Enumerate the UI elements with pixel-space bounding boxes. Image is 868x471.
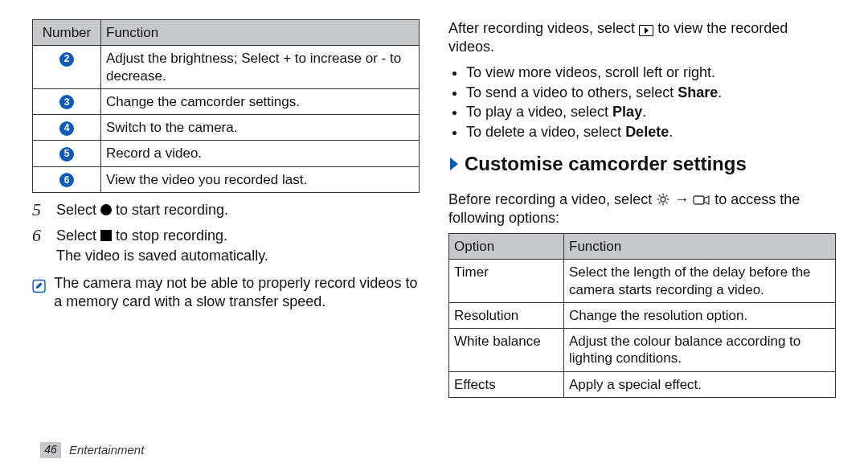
fn-cell: Record a video. [101,141,420,166]
step-6: 6 Select to stop recording. The video is… [32,227,420,264]
svg-point-1 [661,197,665,202]
step6-text-a: Select [56,227,100,244]
fn-cell: View the video you recorded last. [101,166,420,192]
fn-cell: Adjust the brightness; Select + to incre… [101,46,420,89]
table-row: Timer Select the length of the delay bef… [449,260,836,303]
step5-text-a: Select [56,202,100,218]
number-badge-5-icon: 5 [59,147,74,162]
th-option: Option [449,234,564,260]
table-row: White balance Adjust the colour balance … [449,329,836,372]
number-badge-4-icon: 4 [59,121,74,136]
b4a: To delete a video, select [466,124,625,140]
svg-line-9 [666,195,668,197]
number-badge-6-icon: 6 [59,173,74,187]
camcorder-icon [693,194,710,207]
step-5: 5 Select to start recording. [32,201,420,219]
step6-sub: The video is saved automatically. [56,247,420,265]
step5-text-b: to start recording. [116,202,228,218]
step-body: Select to stop recording. The video is s… [56,227,420,264]
video-actions-list: To view more videos, scroll left or righ… [448,63,836,141]
stop-icon [100,230,112,241]
page-section-name: Entertainment [69,443,144,458]
svg-line-6 [659,195,661,197]
list-item: To play a video, select Play. [466,103,836,121]
fn-cell: Adjust the colour balance according to l… [564,329,836,372]
desc-mid: → [674,191,693,207]
th-function: Function [101,20,420,46]
number-function-table: Number Function 2 Adjust the brightness;… [32,19,420,193]
table-row: 3 Change the camcorder settings. [33,88,420,114]
table-row: Effects Apply a special effect. [449,371,836,397]
b2b: Share [678,84,718,100]
b4b: Delete [625,124,669,140]
table-row: 4 Switch to the camera. [33,115,420,141]
opt-cell: Timer [449,260,564,303]
page-body: Number Function 2 Adjust the brightness;… [0,0,868,434]
svg-rect-10 [694,196,704,204]
fn-cell: Change the resolution option. [564,302,836,328]
page-footer: 46 Entertainment [40,442,144,458]
page-number: 46 [40,442,61,458]
note-icon [32,274,46,298]
table-row: 2 Adjust the brightness; Select + to inc… [33,46,420,89]
svg-line-7 [666,203,668,204]
section-heading: Customise camcorder settings [448,152,836,176]
step6-text-b: to stop recording. [116,227,227,244]
list-item: To view more videos, scroll left or righ… [466,63,836,82]
option-function-table: Option Function Timer Select the length … [448,233,836,398]
fn-cell: Apply a special effect. [564,371,836,397]
table-row: 6 View the video you recorded last. [33,166,420,192]
play-thumbnail-icon [639,25,653,36]
th-number: Number [33,20,101,46]
opt-cell: White balance [449,329,564,372]
note-text: The camera may not be able to properly r… [54,274,420,310]
th-function: Function [564,234,836,260]
fn-cell: Switch to the camera. [101,115,420,141]
fn-cell: Change the camcorder settings. [101,88,420,114]
after-record-para: After recording videos, select to view t… [448,19,836,55]
opt-cell: Resolution [449,302,564,328]
b2c: . [718,84,722,100]
section-desc: Before recording a video, select → [448,190,836,227]
settings-gear-icon [656,192,670,207]
b3b: Play [612,104,642,120]
step-body: Select to start recording. [56,201,420,219]
step-number: 6 [32,227,48,244]
b1: To view more videos, scroll left or righ… [466,64,715,80]
svg-line-8 [659,203,661,204]
b3c: . [642,104,646,120]
right-column: After recording videos, select to view t… [448,19,836,434]
b4c: . [669,124,673,140]
b2a: To send a video to others, select [466,84,678,100]
step-number: 5 [32,201,48,219]
chevron-right-icon [448,156,460,172]
b3a: To play a video, select [466,104,612,120]
left-column: Number Function 2 Adjust the brightness;… [32,19,420,434]
table-row: Resolution Change the resolution option. [449,302,836,328]
fn-cell: Select the length of the delay before th… [564,260,836,303]
number-badge-3-icon: 3 [59,95,74,109]
opt-cell: Effects [449,371,564,397]
list-item: To delete a video, select Delete. [466,123,836,141]
list-item: To send a video to others, select Share. [466,84,836,102]
section-title: Customise camcorder settings [465,152,747,176]
record-icon [100,204,112,215]
desc-a: Before recording a video, select [448,191,656,207]
note-block: The camera may not be able to properly r… [32,274,420,310]
number-badge-2-icon: 2 [59,52,74,67]
table-row: 5 Record a video. [33,141,420,166]
after-text-a: After recording videos, select [448,20,639,36]
